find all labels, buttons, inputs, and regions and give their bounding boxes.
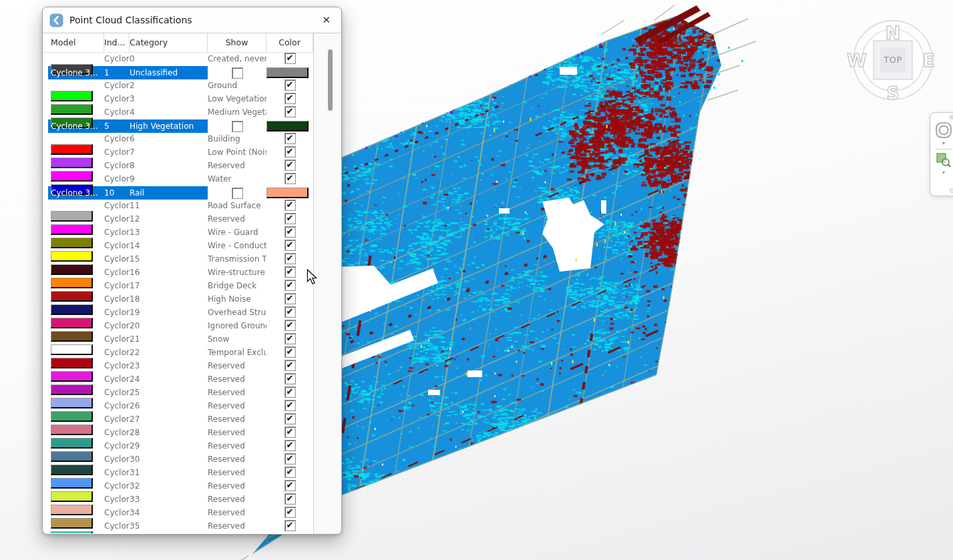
row-model[interactable]: Cyclone 3... — [104, 332, 130, 346]
row-category[interactable]: Transmission T... — [208, 252, 266, 266]
row-model[interactable]: Cyclone 3... — [104, 159, 130, 172]
table-row[interactable]: Cyclone 3... 1 Unclassified — [43, 66, 341, 79]
show-checkbox[interactable]: ✔ — [284, 520, 296, 531]
view-cube-top-label[interactable]: TOP — [883, 55, 902, 65]
row-model[interactable]: Cyclone 3... — [104, 506, 130, 519]
row-model[interactable]: Cyclone 3... — [104, 439, 130, 453]
table-row[interactable]: Cyclone 3... 11 Road Surface ✔ — [43, 200, 341, 213]
row-category[interactable]: Ground — [208, 79, 266, 92]
row-category[interactable]: Reserved — [208, 479, 266, 493]
row-model[interactable]: Cyclone 3... — [104, 453, 130, 466]
row-category[interactable]: Ignored Ground — [208, 319, 266, 332]
row-model[interactable]: Cyclone 3... — [104, 239, 130, 252]
color-swatch[interactable] — [51, 358, 93, 368]
row-model[interactable]: Cyclone 3... — [104, 92, 130, 105]
row-category[interactable]: Temporal Exclu... — [208, 346, 266, 359]
show-checkbox[interactable]: ✔ — [284, 320, 296, 331]
show-checkbox[interactable]: ✔ — [284, 306, 296, 318]
color-swatch[interactable] — [51, 451, 93, 462]
row-model[interactable]: Cyclone 3... — [104, 226, 130, 239]
dialog-close-button[interactable]: ✕ — [319, 13, 333, 27]
row-model[interactable]: Cyclone 3... — [104, 346, 130, 359]
color-swatch[interactable] — [51, 425, 93, 435]
row-model[interactable]: Cyclone 3... — [104, 252, 130, 266]
zoom-region-icon[interactable] — [935, 152, 952, 169]
row-category[interactable]: Reserved — [208, 426, 266, 439]
row-category[interactable]: Wire-structure C... — [208, 266, 266, 279]
row-category[interactable]: Road Surface — [208, 199, 266, 212]
show-checkbox[interactable]: ✔ — [284, 173, 296, 184]
row-category[interactable]: Rail — [130, 186, 208, 200]
row-category[interactable]: Low Vegetation — [208, 92, 266, 105]
color-swatch[interactable] — [51, 224, 93, 235]
row-category[interactable]: Reserved — [208, 412, 266, 426]
show-checkbox[interactable]: ✔ — [284, 213, 296, 224]
row-model[interactable]: Cyclone 3... — [104, 306, 130, 319]
toolbar-collapse-icon[interactable]: ⊖ — [949, 187, 953, 194]
color-swatch[interactable] — [51, 318, 93, 328]
row-model[interactable]: Cyclone 3... — [104, 266, 130, 279]
row-category[interactable]: Unclassified — [130, 66, 208, 79]
row-category[interactable]: Water — [208, 172, 266, 186]
table-row[interactable]: Cyclone 3... 10 Rail — [43, 186, 341, 200]
row-model[interactable]: Cyclone 3... — [104, 52, 130, 65]
show-checkbox[interactable]: ✔ — [284, 413, 296, 425]
row-category[interactable]: Created, never c... — [208, 52, 266, 65]
show-checkbox[interactable]: ✔ — [284, 226, 296, 238]
row-category[interactable]: Reserved — [208, 453, 266, 466]
row-category[interactable]: Reserved — [208, 359, 266, 372]
row-category[interactable]: Reserved — [208, 372, 266, 386]
row-category[interactable]: Building — [208, 132, 266, 146]
color-swatch[interactable] — [51, 411, 93, 422]
show-checkbox[interactable]: ✔ — [284, 467, 296, 478]
show-checkbox[interactable]: ✔ — [284, 53, 296, 64]
show-checkbox[interactable]: ✔ — [284, 280, 296, 291]
row-model[interactable]: Cyclone 3... — [104, 319, 130, 332]
show-checkbox[interactable]: ✔ — [284, 146, 296, 158]
toolbar-close-icon[interactable]: ⊗ — [949, 113, 953, 121]
row-category[interactable]: Reserved — [208, 439, 266, 453]
column-header-index[interactable]: Ind... — [104, 33, 130, 52]
chevron-down-icon[interactable]: ▾ — [942, 140, 945, 146]
show-checkbox[interactable]: ✔ — [284, 373, 296, 384]
show-checkbox[interactable]: ✔ — [284, 346, 296, 358]
color-swatch[interactable] — [51, 144, 93, 155]
row-model[interactable]: Cyclone 3... — [104, 199, 130, 212]
row-model[interactable]: Cyclone 3... — [104, 399, 130, 412]
show-checkbox[interactable] — [232, 121, 243, 132]
color-swatch[interactable] — [51, 104, 93, 115]
show-checkbox[interactable]: ✔ — [284, 453, 296, 465]
color-swatch[interactable] — [51, 371, 93, 382]
column-header-color[interactable]: Color — [266, 33, 313, 52]
color-swatch[interactable] — [51, 264, 93, 275]
row-model[interactable]: Cyclone 3... — [104, 105, 130, 119]
row-category[interactable]: Snow — [208, 332, 266, 346]
row-model[interactable]: Cyclone 3... — [104, 172, 130, 186]
color-swatch[interactable] — [51, 331, 93, 342]
table-row[interactable]: Cyclone 3... 6 Building ✔ — [43, 133, 341, 146]
row-model[interactable]: Cyclone 3... — [104, 372, 130, 386]
row-category[interactable]: Medium Vegetat... — [208, 105, 266, 119]
row-category[interactable]: Overhead Struct... — [208, 306, 266, 319]
show-checkbox[interactable]: ✔ — [284, 360, 296, 371]
column-header-show[interactable]: Show — [208, 33, 266, 52]
chevron-down-icon[interactable]: ▾ — [942, 170, 945, 176]
show-checkbox[interactable]: ✔ — [284, 266, 296, 278]
compass-east-label[interactable]: E — [923, 50, 935, 71]
row-model[interactable]: Cyclone 3... — [51, 66, 104, 79]
row-model[interactable]: Cyclone 3... — [104, 79, 130, 92]
show-checkbox[interactable]: ✔ — [284, 507, 296, 518]
row-model[interactable]: Cyclone 3... — [104, 412, 130, 426]
color-swatch[interactable] — [51, 505, 93, 515]
color-swatch[interactable] — [266, 188, 309, 198]
row-model[interactable]: Cyclone 3... — [104, 279, 130, 292]
color-swatch[interactable] — [51, 238, 93, 248]
show-checkbox[interactable] — [232, 67, 243, 79]
row-model[interactable]: Cyclone 3... — [104, 479, 130, 493]
color-swatch[interactable] — [51, 344, 93, 355]
show-checkbox[interactable] — [232, 188, 243, 199]
table-row[interactable]: Cyclone 3... 5 High Vegetation — [43, 119, 341, 133]
dialog-titlebar[interactable]: Point Cloud Classifications ✕ — [43, 7, 341, 33]
show-checkbox[interactable]: ✔ — [284, 79, 296, 91]
row-model[interactable]: Cyclone 3... — [104, 359, 130, 372]
